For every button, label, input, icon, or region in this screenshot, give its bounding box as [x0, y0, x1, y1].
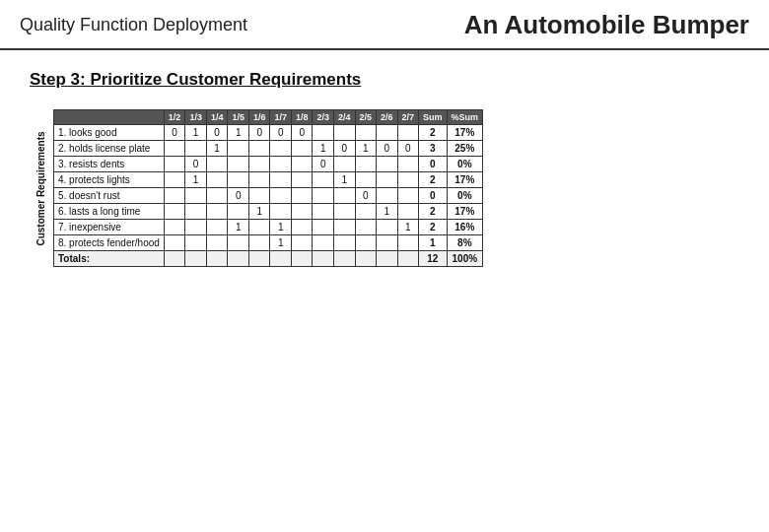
table-row: 2. holds license plate 1 1 0 1 0 0 3 25% — [54, 141, 483, 157]
cell-2-3: 1 — [206, 141, 228, 157]
cell-4-1 — [164, 172, 185, 188]
cell-4-6 — [270, 172, 292, 188]
cell-2-4 — [228, 141, 249, 157]
sum-3: 0 — [419, 157, 448, 172]
header-sum: Sum — [419, 110, 448, 125]
cell-4-9: 1 — [333, 172, 355, 188]
cell-7-2 — [185, 220, 207, 235]
cell-5-11 — [377, 188, 398, 204]
cell-8-7 — [291, 235, 313, 251]
table-row: 6. lasts a long time 1 1 2 17% — [54, 204, 483, 220]
pct-8: 8% — [447, 235, 483, 251]
header-pctsum: %Sum — [447, 110, 483, 125]
cell-5-7 — [291, 188, 313, 204]
cell-7-7 — [291, 220, 313, 235]
cell-1-9 — [333, 125, 355, 141]
total-cell-5 — [248, 251, 270, 267]
cell-1-11 — [377, 125, 398, 141]
cell-6-9 — [333, 204, 355, 220]
cell-3-3 — [206, 157, 228, 172]
cell-6-5: 1 — [248, 204, 270, 220]
total-cell-11 — [377, 251, 398, 267]
cell-7-3 — [206, 220, 228, 235]
cell-2-12: 0 — [397, 141, 419, 157]
cell-5-8 — [313, 188, 334, 204]
cell-7-1 — [164, 220, 185, 235]
req-1: 1. looks good — [54, 125, 165, 141]
cell-1-2: 1 — [185, 125, 207, 141]
cell-5-1 — [164, 188, 185, 204]
table-row: 3. resists dents 0 0 0 0% — [54, 157, 483, 172]
cell-8-10 — [355, 235, 377, 251]
cell-6-8 — [313, 204, 334, 220]
cell-7-9 — [333, 220, 355, 235]
header-req-cell — [54, 110, 165, 125]
cell-3-9 — [333, 157, 355, 172]
total-cell-8 — [313, 251, 334, 267]
header-col-6: 1/7 — [270, 110, 292, 125]
cell-4-2: 1 — [185, 172, 207, 188]
cell-1-10 — [355, 125, 377, 141]
sum-6: 2 — [419, 204, 448, 220]
table-row: 7. inexpensive 1 1 1 2 16% — [54, 220, 483, 235]
header-left: Quality Function Deployment — [20, 15, 247, 35]
cell-6-1 — [164, 204, 185, 220]
cell-3-5 — [248, 157, 270, 172]
cell-1-3: 0 — [206, 125, 228, 141]
table-row: 8. protects fender/hood 1 1 8% — [54, 235, 483, 251]
total-cell-3 — [206, 251, 228, 267]
total-cell-9 — [333, 251, 355, 267]
cell-6-12 — [397, 204, 419, 220]
cell-4-7 — [291, 172, 313, 188]
cell-2-5 — [248, 141, 270, 157]
cell-5-3 — [206, 188, 228, 204]
cell-4-4 — [228, 172, 249, 188]
pct-5: 0% — [447, 188, 483, 204]
total-cell-7 — [291, 251, 313, 267]
cell-7-6: 1 — [270, 220, 292, 235]
pct-6: 17% — [447, 204, 483, 220]
cell-6-2 — [185, 204, 207, 220]
cell-7-10 — [355, 220, 377, 235]
cell-8-3 — [206, 235, 228, 251]
header: Quality Function Deployment An Automobil… — [0, 0, 769, 50]
table-header-row: 1/2 1/3 1/4 1/5 1/6 1/7 1/8 2/3 2/4 2/5 … — [54, 110, 483, 125]
cell-3-6 — [270, 157, 292, 172]
cell-8-9 — [333, 235, 355, 251]
pct-7: 16% — [447, 220, 483, 235]
cell-2-2 — [185, 141, 207, 157]
cell-8-12 — [397, 235, 419, 251]
cell-3-7 — [291, 157, 313, 172]
sum-4: 2 — [419, 172, 448, 188]
cell-5-5 — [248, 188, 270, 204]
sum-7: 2 — [419, 220, 448, 235]
total-cell-2 — [185, 251, 207, 267]
pct-4: 17% — [447, 172, 483, 188]
cell-8-5 — [248, 235, 270, 251]
table-row: 5. doesn't rust 0 0 0 0% — [54, 188, 483, 204]
table-wrapper: Customer Requirements 1/2 1/3 1/4 1/5 1/… — [30, 109, 739, 267]
table-row: 1. looks good 0 1 0 1 0 0 0 2 17% — [54, 125, 483, 141]
sum-1: 2 — [419, 125, 448, 141]
pct-2: 25% — [447, 141, 483, 157]
cell-7-8 — [313, 220, 334, 235]
totals-label: Totals: — [54, 251, 165, 267]
cell-3-10 — [355, 157, 377, 172]
rotated-label-container: Customer Requirements — [30, 109, 51, 267]
total-cell-10 — [355, 251, 377, 267]
total-cell-6 — [270, 251, 292, 267]
req-6: 6. lasts a long time — [54, 204, 165, 220]
header-col-2: 1/3 — [185, 110, 207, 125]
total-cell-1 — [164, 251, 185, 267]
req-5: 5. doesn't rust — [54, 188, 165, 204]
cell-1-7: 0 — [291, 125, 313, 141]
cell-1-8 — [313, 125, 334, 141]
header-col-5: 1/6 — [248, 110, 270, 125]
cell-4-5 — [248, 172, 270, 188]
cell-6-6 — [270, 204, 292, 220]
cell-4-10 — [355, 172, 377, 188]
cell-2-6 — [270, 141, 292, 157]
req-7: 7. inexpensive — [54, 220, 165, 235]
sum-5: 0 — [419, 188, 448, 204]
cell-1-1: 0 — [164, 125, 185, 141]
